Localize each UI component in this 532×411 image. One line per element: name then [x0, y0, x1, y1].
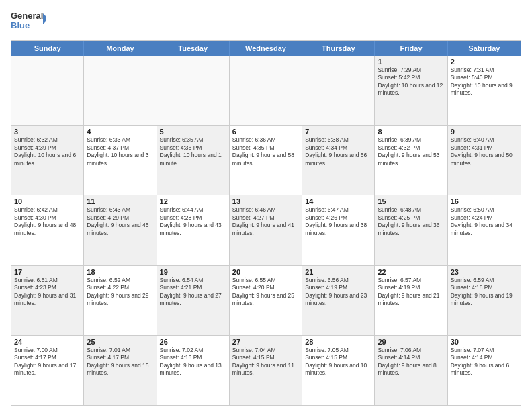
- calendar-cell-r2-c3: 13Sunrise: 6:46 AM Sunset: 4:27 PM Dayli…: [230, 195, 302, 265]
- day-number: 28: [305, 338, 371, 346]
- calendar-row-1: 3Sunrise: 6:32 AM Sunset: 4:39 PM Daylig…: [11, 125, 521, 195]
- day-info: Sunrise: 7:29 AM Sunset: 5:42 PM Dayligh…: [378, 66, 444, 97]
- calendar-cell-r0-c0: [11, 56, 84, 125]
- calendar-cell-r1-c2: 5Sunrise: 6:35 AM Sunset: 4:36 PM Daylig…: [157, 126, 230, 195]
- day-info: Sunrise: 6:52 AM Sunset: 4:22 PM Dayligh…: [87, 277, 153, 308]
- day-info: Sunrise: 6:50 AM Sunset: 4:24 PM Dayligh…: [451, 206, 518, 237]
- calendar-cell-r0-c1: [84, 56, 157, 125]
- day-info: Sunrise: 7:02 AM Sunset: 4:16 PM Dayligh…: [160, 347, 226, 377]
- day-info: Sunrise: 6:46 AM Sunset: 4:27 PM Dayligh…: [232, 206, 299, 237]
- calendar-cell-r3-c0: 17Sunrise: 6:51 AM Sunset: 4:23 PM Dayli…: [11, 266, 84, 335]
- calendar: SundayMondayTuesdayWednesdayThursdayFrid…: [11, 40, 521, 406]
- calendar-cell-r1-c6: 9Sunrise: 6:40 AM Sunset: 4:31 PM Daylig…: [448, 126, 521, 195]
- day-number: 22: [378, 268, 444, 276]
- day-number: 18: [87, 268, 153, 276]
- day-info: Sunrise: 6:40 AM Sunset: 4:31 PM Dayligh…: [451, 136, 518, 167]
- day-number: 5: [160, 128, 226, 136]
- calendar-cell-r0-c5: 1Sunrise: 7:29 AM Sunset: 5:42 PM Daylig…: [375, 56, 447, 125]
- day-info: Sunrise: 6:44 AM Sunset: 4:28 PM Dayligh…: [160, 206, 226, 237]
- calendar-cell-r1-c1: 4Sunrise: 6:33 AM Sunset: 4:37 PM Daylig…: [84, 126, 157, 195]
- calendar-cell-r3-c1: 18Sunrise: 6:52 AM Sunset: 4:22 PM Dayli…: [84, 266, 157, 335]
- day-info: Sunrise: 7:07 AM Sunset: 4:14 PM Dayligh…: [451, 347, 518, 377]
- calendar-header: SundayMondayTuesdayWednesdayThursdayFrid…: [11, 41, 521, 56]
- calendar-cell-r2-c4: 14Sunrise: 6:47 AM Sunset: 4:26 PM Dayli…: [302, 195, 375, 265]
- header-day-wednesday: Wednesday: [230, 41, 302, 56]
- calendar-cell-r1-c3: 6Sunrise: 6:36 AM Sunset: 4:35 PM Daylig…: [230, 126, 302, 195]
- day-info: Sunrise: 6:54 AM Sunset: 4:21 PM Dayligh…: [160, 277, 226, 308]
- day-info: Sunrise: 7:06 AM Sunset: 4:14 PM Dayligh…: [378, 347, 444, 377]
- day-info: Sunrise: 6:35 AM Sunset: 4:36 PM Dayligh…: [160, 136, 226, 167]
- svg-marker-2: [43, 13, 46, 24]
- day-info: Sunrise: 6:47 AM Sunset: 4:26 PM Dayligh…: [305, 206, 371, 237]
- day-info: Sunrise: 7:01 AM Sunset: 4:17 PM Dayligh…: [87, 347, 153, 377]
- calendar-cell-r0-c6: 2Sunrise: 7:31 AM Sunset: 5:40 PM Daylig…: [448, 56, 521, 125]
- calendar-cell-r4-c3: 27Sunrise: 7:04 AM Sunset: 4:15 PM Dayli…: [230, 336, 302, 405]
- day-info: Sunrise: 7:31 AM Sunset: 5:40 PM Dayligh…: [451, 66, 518, 97]
- day-number: 29: [378, 338, 444, 346]
- calendar-cell-r4-c6: 30Sunrise: 7:07 AM Sunset: 4:14 PM Dayli…: [448, 336, 521, 405]
- day-number: 27: [232, 338, 299, 346]
- calendar-cell-r4-c0: 24Sunrise: 7:00 AM Sunset: 4:17 PM Dayli…: [11, 336, 84, 405]
- svg-text:General: General: [11, 11, 43, 21]
- day-number: 12: [160, 197, 226, 205]
- calendar-cell-r2-c1: 11Sunrise: 6:43 AM Sunset: 4:29 PM Dayli…: [84, 195, 157, 265]
- header-day-thursday: Thursday: [302, 41, 375, 56]
- day-number: 25: [87, 338, 153, 346]
- calendar-cell-r1-c5: 8Sunrise: 6:39 AM Sunset: 4:32 PM Daylig…: [375, 126, 447, 195]
- day-number: 30: [451, 338, 518, 346]
- calendar-cell-r2-c6: 16Sunrise: 6:50 AM Sunset: 4:24 PM Dayli…: [448, 195, 521, 265]
- day-number: 17: [14, 268, 81, 276]
- calendar-row-0: 1Sunrise: 7:29 AM Sunset: 5:42 PM Daylig…: [11, 56, 521, 125]
- day-number: 14: [305, 197, 371, 205]
- svg-text:Blue: Blue: [11, 20, 30, 30]
- day-info: Sunrise: 6:48 AM Sunset: 4:25 PM Dayligh…: [378, 206, 444, 237]
- day-info: Sunrise: 6:51 AM Sunset: 4:23 PM Dayligh…: [14, 277, 81, 308]
- day-number: 2: [451, 58, 518, 66]
- calendar-row-3: 17Sunrise: 6:51 AM Sunset: 4:23 PM Dayli…: [11, 265, 521, 335]
- calendar-cell-r0-c2: [157, 56, 230, 125]
- calendar-cell-r1-c0: 3Sunrise: 6:32 AM Sunset: 4:39 PM Daylig…: [11, 126, 84, 195]
- calendar-cell-r4-c4: 28Sunrise: 7:05 AM Sunset: 4:15 PM Dayli…: [302, 336, 375, 405]
- calendar-cell-r2-c2: 12Sunrise: 6:44 AM Sunset: 4:28 PM Dayli…: [157, 195, 230, 265]
- calendar-cell-r3-c5: 22Sunrise: 6:57 AM Sunset: 4:19 PM Dayli…: [375, 266, 447, 335]
- calendar-cell-r3-c6: 23Sunrise: 6:59 AM Sunset: 4:18 PM Dayli…: [448, 266, 521, 335]
- day-info: Sunrise: 6:56 AM Sunset: 4:19 PM Dayligh…: [305, 277, 371, 308]
- page: General Blue SundayMondayTuesdayWednesda…: [0, 0, 532, 411]
- day-number: 3: [14, 128, 81, 136]
- calendar-cell-r4-c2: 26Sunrise: 7:02 AM Sunset: 4:16 PM Dayli…: [157, 336, 230, 405]
- day-info: Sunrise: 7:00 AM Sunset: 4:17 PM Dayligh…: [14, 347, 81, 377]
- day-info: Sunrise: 6:42 AM Sunset: 4:30 PM Dayligh…: [14, 206, 81, 237]
- day-info: Sunrise: 7:04 AM Sunset: 4:15 PM Dayligh…: [232, 347, 299, 377]
- calendar-cell-r4-c1: 25Sunrise: 7:01 AM Sunset: 4:17 PM Dayli…: [84, 336, 157, 405]
- header-day-saturday: Saturday: [448, 41, 521, 56]
- day-info: Sunrise: 6:57 AM Sunset: 4:19 PM Dayligh…: [378, 277, 444, 308]
- day-info: Sunrise: 6:36 AM Sunset: 4:35 PM Dayligh…: [232, 136, 299, 167]
- day-number: 23: [451, 268, 518, 276]
- day-number: 9: [451, 128, 518, 136]
- day-number: 4: [87, 128, 153, 136]
- calendar-row-4: 24Sunrise: 7:00 AM Sunset: 4:17 PM Dayli…: [11, 335, 521, 405]
- day-number: 8: [378, 128, 444, 136]
- day-number: 21: [305, 268, 371, 276]
- calendar-cell-r3-c4: 21Sunrise: 6:56 AM Sunset: 4:19 PM Dayli…: [302, 266, 375, 335]
- header-day-friday: Friday: [375, 41, 447, 56]
- calendar-cell-r0-c3: [230, 56, 302, 125]
- day-number: 15: [378, 197, 444, 205]
- day-number: 20: [232, 268, 299, 276]
- logo: General Blue: [11, 8, 46, 35]
- calendar-cell-r4-c5: 29Sunrise: 7:06 AM Sunset: 4:14 PM Dayli…: [375, 336, 447, 405]
- day-number: 11: [87, 197, 153, 205]
- day-info: Sunrise: 6:55 AM Sunset: 4:20 PM Dayligh…: [232, 277, 299, 308]
- day-info: Sunrise: 6:39 AM Sunset: 4:32 PM Dayligh…: [378, 136, 444, 167]
- calendar-cell-r1-c4: 7Sunrise: 6:38 AM Sunset: 4:34 PM Daylig…: [302, 126, 375, 195]
- day-info: Sunrise: 6:32 AM Sunset: 4:39 PM Dayligh…: [14, 136, 81, 167]
- day-number: 6: [232, 128, 299, 136]
- calendar-row-2: 10Sunrise: 6:42 AM Sunset: 4:30 PM Dayli…: [11, 195, 521, 265]
- day-number: 13: [232, 197, 299, 205]
- calendar-cell-r3-c3: 20Sunrise: 6:55 AM Sunset: 4:20 PM Dayli…: [230, 266, 302, 335]
- day-info: Sunrise: 6:59 AM Sunset: 4:18 PM Dayligh…: [451, 277, 518, 308]
- day-number: 1: [378, 58, 444, 66]
- header-day-tuesday: Tuesday: [157, 41, 230, 56]
- calendar-cell-r2-c5: 15Sunrise: 6:48 AM Sunset: 4:25 PM Dayli…: [375, 195, 447, 265]
- day-number: 16: [451, 197, 518, 205]
